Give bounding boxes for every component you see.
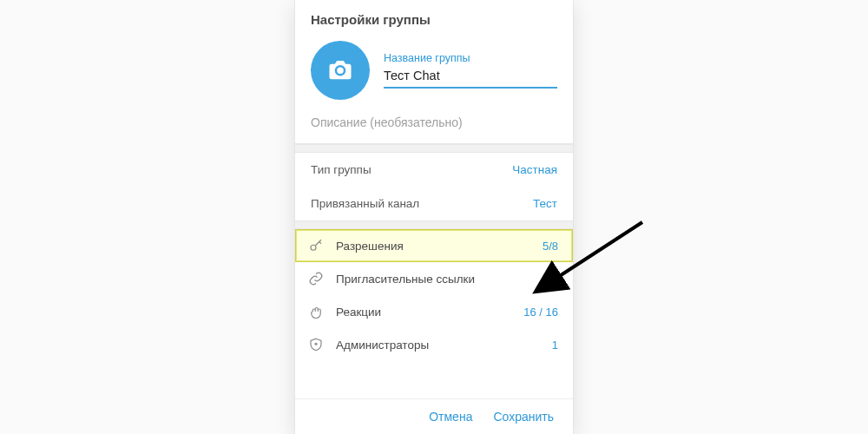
linked-channel-value: Тест [533, 197, 557, 210]
row-reactions[interactable]: Реакции 16 / 16 [295, 295, 573, 328]
group-name-label: Название группы [384, 52, 557, 64]
shield-icon [306, 337, 326, 352]
invite-links-label: Пригласительные ссылки [336, 273, 552, 286]
reactions-value: 16 / 16 [523, 306, 558, 319]
group-name-input[interactable] [384, 66, 557, 89]
section-divider [295, 144, 573, 153]
linked-channel-label: Привязанный канал [311, 197, 419, 210]
administrators-value: 1 [552, 339, 558, 352]
group-type-label: Тип группы [311, 163, 372, 176]
row-linked-channel[interactable]: Привязанный канал Тест [295, 187, 573, 220]
row-permissions[interactable]: Разрешения 5/8 [295, 229, 573, 262]
panel-title: Настройки группы [295, 0, 573, 32]
invite-links-value: 1 [552, 273, 558, 286]
panel-scroll[interactable]: Настройки группы Название группы Описани… [295, 0, 573, 398]
avatar-button[interactable] [311, 41, 370, 100]
save-button[interactable]: Сохранить [493, 410, 554, 424]
svg-point-2 [315, 343, 318, 345]
permissions-label: Разрешения [336, 240, 542, 253]
key-icon [306, 238, 326, 253]
wave-icon [306, 304, 326, 319]
row-invite-links[interactable]: Пригласительные ссылки 1 [295, 262, 573, 295]
group-settings-panel: Настройки группы Название группы Описани… [295, 0, 573, 434]
camera-icon [327, 58, 353, 83]
section-divider [295, 220, 573, 229]
identity-section: Название группы [295, 32, 573, 115]
row-group-type[interactable]: Тип группы Частная [295, 153, 573, 187]
administrators-label: Администраторы [336, 339, 552, 352]
cancel-button[interactable]: Отмена [429, 410, 472, 424]
link-icon [306, 271, 326, 286]
svg-point-1 [311, 245, 316, 250]
group-name-block: Название группы [384, 52, 557, 89]
row-administrators[interactable]: Администраторы 1 [295, 328, 573, 361]
description-input[interactable]: Описание (необязательно) [295, 115, 573, 144]
reactions-label: Реакции [336, 306, 523, 319]
permissions-value: 5/8 [542, 240, 558, 253]
footer-actions: Отмена Сохранить [295, 398, 573, 434]
group-type-value: Частная [512, 163, 557, 176]
